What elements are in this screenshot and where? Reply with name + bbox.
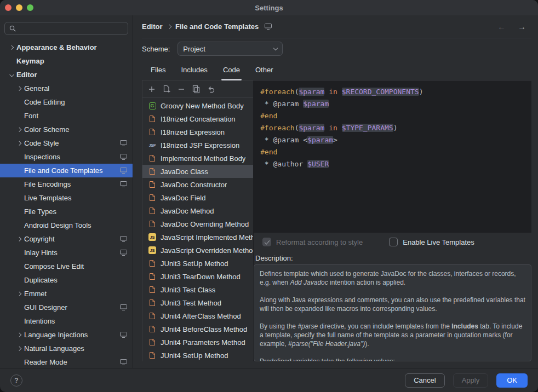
sidebar-item-keymap[interactable]: Keymap: [0, 54, 133, 68]
scheme-select[interactable]: Project: [178, 42, 283, 56]
sidebar-item-color-scheme[interactable]: Color Scheme: [0, 123, 133, 136]
template-list-pane: GGroovy New Method BodyI18nized Concaten…: [142, 80, 254, 361]
code-line[interactable]: * @param <$param>: [260, 134, 525, 146]
reset-to-default-button[interactable]: [204, 83, 218, 96]
chevron-right-icon[interactable]: [14, 142, 24, 145]
description-paragraph: Defines template which used to generate …: [260, 269, 525, 287]
tab-other[interactable]: Other: [248, 59, 281, 80]
code-token: #end: [260, 112, 277, 120]
sidebar-item-code-style[interactable]: Code Style: [0, 136, 133, 150]
create-child-template-button[interactable]: [160, 83, 173, 96]
minimize-window-button[interactable]: [16, 4, 22, 11]
help-button[interactable]: ?: [10, 374, 22, 387]
template-item-junit4-beforeclass-method[interactable]: JUnit4 BeforeClass Method: [142, 322, 253, 336]
tab-includes[interactable]: Includes: [173, 59, 215, 80]
reformat-option[interactable]: Reformat according to style: [262, 238, 363, 246]
remove-template-button[interactable]: [175, 83, 188, 96]
live-templates-checkbox[interactable]: [389, 238, 398, 246]
template-item-i18nized-expression[interactable]: I18nized Expression: [142, 125, 253, 139]
cancel-button[interactable]: Cancel: [405, 373, 444, 388]
sidebar-item-label: Compose Live Edit: [24, 262, 84, 270]
add-template-button[interactable]: [145, 83, 158, 96]
code-token: $RECORD_COMPONENTS: [342, 88, 419, 96]
sidebar-item-copyright[interactable]: Copyright: [0, 232, 133, 246]
back-button[interactable]: ←: [497, 22, 506, 31]
sidebar-item-reader-mode[interactable]: Reader Mode: [0, 355, 133, 368]
sidebar-item-natural-languages[interactable]: Natural Languages: [0, 342, 133, 355]
template-item-junit3-teardown-method[interactable]: JUnit3 TearDown Method: [142, 270, 253, 283]
code-line[interactable]: * @author $USER: [260, 158, 525, 170]
sidebar-item-file-and-code-templates[interactable]: File and Code Templates: [0, 164, 133, 177]
template-item-junit4-afterclass-method[interactable]: JUnit4 AfterClass Method: [142, 309, 253, 322]
sidebar-item-language-injections[interactable]: Language Injections: [0, 328, 133, 342]
chevron-down-icon[interactable]: [7, 73, 16, 77]
sidebar-item-file-types[interactable]: File Types: [0, 205, 133, 218]
template-item-i18nized-concatenation[interactable]: I18nized Concatenation: [142, 112, 253, 125]
search-input[interactable]: [19, 25, 124, 33]
chevron-right-icon[interactable]: [14, 333, 24, 337]
sidebar-item-inspections[interactable]: Inspections: [0, 150, 133, 164]
template-item-junit3-test-class[interactable]: JUnit3 Test Class: [142, 283, 253, 296]
sidebar-item-general[interactable]: General: [0, 82, 133, 95]
settings-search[interactable]: [4, 22, 128, 35]
template-item-javadoc-field[interactable]: JavaDoc Field: [142, 191, 253, 204]
template-item-junit3-test-method[interactable]: JUnit3 Test Method: [142, 296, 253, 309]
template-item-i18nized-jsp-expression[interactable]: JSPI18nized JSP Expression: [142, 139, 253, 152]
template-item-junit4-parameters-method[interactable]: JUnit4 Parameters Method: [142, 336, 253, 349]
chevron-right-icon[interactable]: [14, 347, 24, 350]
reformat-checkbox[interactable]: [262, 238, 271, 246]
code-line[interactable]: #foreach($param in $TYPE_PARAMS): [260, 122, 525, 134]
chevron-right-icon[interactable]: [14, 87, 24, 90]
footer: ? Cancel Apply OK: [0, 368, 538, 392]
sidebar-item-duplicates[interactable]: Duplicates: [0, 273, 133, 287]
chevron-right-icon[interactable]: [14, 238, 24, 241]
copy-template-button[interactable]: [190, 83, 203, 96]
sidebar-item-file-encodings[interactable]: File Encodings: [0, 177, 133, 191]
code-line[interactable]: * @param $param: [260, 98, 525, 110]
template-item-javadoc-constructor[interactable]: JavaDoc Constructor: [142, 178, 253, 191]
template-icon: [149, 312, 156, 320]
sidebar-item-inlay-hints[interactable]: Inlay Hints: [0, 246, 133, 260]
sidebar-item-android-design-tools[interactable]: Android Design Tools: [0, 218, 133, 232]
sidebar-item-font[interactable]: Font: [0, 109, 133, 123]
sidebar-item-compose-live-edit[interactable]: Compose Live Edit: [0, 260, 133, 273]
template-item-javascript-overridden-method-body[interactable]: JSJavaScript Overridden Method Body: [142, 244, 253, 257]
code-line[interactable]: #end: [260, 110, 525, 122]
chevron-right-icon[interactable]: [14, 292, 24, 296]
apply-button[interactable]: Apply: [453, 373, 489, 388]
template-item-javadoc-method[interactable]: JavaDoc Method: [142, 204, 253, 217]
forward-button[interactable]: →: [518, 22, 526, 31]
code-token: ): [419, 88, 423, 96]
template-item-javascript-implemented-method-body[interactable]: JSJavaScript Implemented Method Body: [142, 230, 253, 244]
template-item-implemented-method-body[interactable]: Implemented Method Body: [142, 152, 253, 165]
zoom-window-button[interactable]: [27, 4, 33, 11]
template-item-junit4-setup-method[interactable]: JUnit4 SetUp Method: [142, 349, 253, 361]
description-box[interactable]: Defines template which used to generate …: [254, 264, 531, 361]
sidebar-item-editor[interactable]: Editor: [0, 68, 133, 82]
tab-code[interactable]: Code: [215, 59, 248, 80]
chevron-right-icon[interactable]: [14, 128, 24, 131]
sidebar-item-intentions[interactable]: Intentions: [0, 314, 133, 328]
template-item-javadoc-class[interactable]: JavaDoc Class: [142, 165, 253, 178]
sidebar-item-gui-designer[interactable]: GUI Designer: [0, 301, 133, 314]
template-item-junit3-setup-method[interactable]: JUnit3 SetUp Method: [142, 257, 253, 270]
code-line[interactable]: #end: [260, 146, 525, 158]
template-icon: [148, 167, 157, 176]
template-editor[interactable]: #foreach($param in $RECORD_COMPONENTS) *…: [254, 80, 531, 233]
sidebar-item-code-editing[interactable]: Code Editing: [0, 95, 133, 109]
chevron-right-icon[interactable]: [7, 46, 16, 49]
ok-button[interactable]: OK: [496, 373, 528, 388]
close-window-button[interactable]: [5, 4, 12, 11]
ide-settings-icon: [120, 304, 127, 310]
template-item-groovy-new-method-body[interactable]: GGroovy New Method Body: [142, 99, 253, 112]
sidebar-item-live-templates[interactable]: Live Templates: [0, 191, 133, 205]
template-item-javadoc-overriding-method[interactable]: JavaDoc Overriding Method: [142, 217, 253, 230]
sidebar-item-emmet[interactable]: Emmet: [0, 287, 133, 301]
tab-files[interactable]: Files: [143, 59, 173, 80]
sidebar-item-appearance-behavior[interactable]: Appearance & Behavior: [0, 41, 133, 54]
live-templates-option[interactable]: Enable Live Templates: [389, 238, 474, 246]
breadcrumb-item-editor[interactable]: Editor: [142, 22, 163, 31]
titlebar[interactable]: Settings: [0, 0, 538, 15]
template-item-label: JUnit4 SetUp Method: [161, 351, 228, 360]
code-line[interactable]: #foreach($param in $RECORD_COMPONENTS): [260, 86, 525, 98]
